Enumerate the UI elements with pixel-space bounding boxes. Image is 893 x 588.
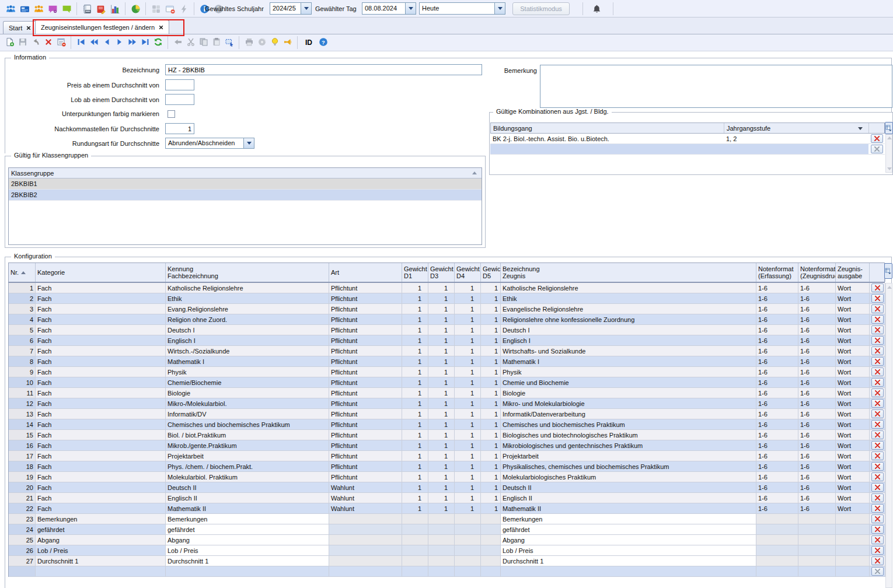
delete-row-button[interactable] [871,504,884,513]
delete-row-button[interactable] [871,388,884,397]
delete-row-button[interactable] [871,304,884,313]
table-row[interactable]: BK 2-j. Biol.-techn. Assist. Bio. u.Biot… [490,134,885,144]
delete-row-button[interactable] [871,556,884,565]
refresh-button[interactable] [152,36,164,49]
table-row[interactable]: 24gefährdetgefährdetgefährdet [9,524,885,535]
evaluation-button[interactable] [128,2,142,16]
nav-next-button[interactable] [113,36,125,49]
delete-row-button[interactable] [871,134,883,143]
table-row[interactable]: 15FachBiol. / biot.PraktikumPflichtunt11… [9,430,885,440]
table-row[interactable]: 27Durchschnitt 1Durchschnitt 1Durchschni… [9,556,885,566]
new-button[interactable] [4,36,16,49]
table-row[interactable]: 8FachMathematik IPflichtunt1111Mathemati… [9,356,885,367]
day-select[interactable]: 08.08.2024 [362,2,416,15]
table-row[interactable]: 10FachChemie/BiochemiePflichtunt1111Chem… [9,377,885,388]
nav-prev-button[interactable] [100,36,113,49]
register-button[interactable] [80,2,94,16]
kombinationen-col-jahrgangsstufe[interactable]: Jahrgangsstufe [724,123,869,133]
delete-row-button[interactable] [871,284,884,292]
config-col-notenformat-erfassung[interactable]: Notenformat (Erfassung) [756,263,798,282]
id-button[interactable]: ID [301,36,316,49]
delete-row-button[interactable] [871,494,884,502]
config-col-notenformat-zeugnisdruck[interactable]: Notenformat (Zeugnisdruck) [798,263,836,282]
unterpunktungen-checkbox[interactable] [168,110,175,118]
table-row[interactable]: 16FachMikrob./gente.PraktikumPflichtunt1… [9,440,885,451]
copy-button[interactable] [197,36,210,49]
delete-row-button[interactable] [871,420,884,429]
table-row[interactable]: 23BemerkungenBemerkungenBemerkungen [9,514,885,524]
delete-row-button[interactable] [871,378,884,387]
table-row[interactable]: 5FachDeutsch IPflichtunt1111Deutsch I1-6… [9,325,885,335]
config-col-delete[interactable] [870,263,885,282]
export-button[interactable] [256,36,268,49]
table-row[interactable]: 1FachKatholische ReligionslehrePflichtun… [9,283,885,293]
nav-first-button[interactable] [75,36,87,49]
tab-start[interactable]: Start [3,21,37,34]
table-row[interactable]: 20FachDeutsch IIWahlunt1111Deutsch II1-6… [9,482,885,493]
messages-button[interactable] [46,2,60,16]
konfiguration-scrollbar[interactable] [885,283,892,588]
nachkommastellen-field[interactable] [165,123,194,134]
config-col-art[interactable]: Art [329,263,402,282]
undo-button[interactable] [29,36,41,49]
table-row[interactable]: 17FachProjektarbeitPflichtunt1111Projekt… [9,451,885,461]
config-col-gewicht-d4[interactable]: Gewicht D4 [455,263,481,282]
config-col-gewicht-d1[interactable]: Gewicht D1 [402,263,428,282]
paste-button[interactable] [210,36,222,49]
select-area-button[interactable] [223,36,235,49]
delete-row-button[interactable] [871,430,884,439]
nav-last-button[interactable] [139,36,151,49]
forum-button[interactable] [60,2,74,16]
chevron-down-icon[interactable] [243,138,254,148]
config-col-bezeichnung-zeugnis[interactable]: Bezeichnung Zeugnis [501,263,756,282]
delete-row-button[interactable] [871,346,884,355]
class-register-button[interactable] [94,2,108,16]
config-col-gewicht-d3[interactable]: Gewicht D3 [428,263,455,282]
hint-button[interactable] [268,36,281,49]
chevron-down-icon[interactable] [405,3,416,14]
delete-row-button[interactable] [871,536,884,544]
notify-button[interactable] [281,36,294,49]
modules-button[interactable] [149,2,163,16]
delete-row-button[interactable] [871,452,884,460]
delete-row-button-disabled[interactable] [871,567,884,576]
table-row[interactable]: 26Lob / PreisLob / PreisLob / Preis [9,545,885,556]
scroll-down-icon[interactable] [887,167,892,170]
remove-form-button[interactable] [55,36,67,49]
bezeichnung-field[interactable] [165,64,482,75]
school-year-select[interactable]: 2024/25 [270,2,312,15]
quick-actions-button[interactable] [177,2,191,16]
save-button[interactable] [16,36,29,49]
back-button[interactable] [172,36,184,49]
bemerkung-field[interactable] [540,65,892,108]
column-picker-button[interactable] [884,263,892,279]
tab-zeugniseinstellungen[interactable]: Zeugniseinstellungen festlegen / ändern [35,20,169,34]
nav-next-fast-button[interactable] [126,36,138,49]
table-row[interactable]: 18FachPhys. /chem. / biochem.Prakt.Pflic… [9,461,885,472]
table-row[interactable]: 7FachWirtsch.-/SozialkundePflichtunt1111… [9,346,885,356]
table-row[interactable]: 14FachChemisches und biochemisches Prakt… [9,419,885,430]
list-item[interactable]: 2BKBIB1 [9,178,482,190]
kombinationen-col-bildungsgang[interactable]: Bildungsgang [491,123,724,133]
delete-row-button[interactable] [871,525,884,534]
table-row[interactable]: 13FachInformatik/DVPflichtunt1111Informa… [9,409,885,419]
table-row[interactable]: 6FachEnglisch IPflichtunt1111Englisch I1… [9,335,885,346]
delete-row-button[interactable] [871,546,884,555]
delete-row-button[interactable] [871,514,884,523]
notifications-button[interactable] [589,2,604,16]
delete-button[interactable] [42,36,54,49]
window-remove-button[interactable] [163,2,177,16]
delete-row-button-disabled[interactable] [871,145,883,153]
config-col-kategorie[interactable]: Kategorie [36,263,166,282]
close-icon[interactable] [159,25,163,30]
lob-field[interactable] [165,94,194,105]
delete-row-button[interactable] [871,399,884,408]
table-row-empty[interactable] [490,144,885,155]
klassengruppen-column-header[interactable]: Klassengruppe [9,168,482,178]
table-row[interactable]: 12FachMikro-/Molekularbiol.Pflichtunt111… [9,398,885,409]
delete-row-button[interactable] [871,473,884,481]
config-col-gewicht-d5[interactable]: Gewicht D5 [481,263,501,282]
delete-row-button[interactable] [871,315,884,324]
table-row[interactable]: 9FachPhysikPflichtunt1111Physik1-61-6Wor… [9,367,885,377]
day-mode-select[interactable]: Heute [419,2,505,15]
